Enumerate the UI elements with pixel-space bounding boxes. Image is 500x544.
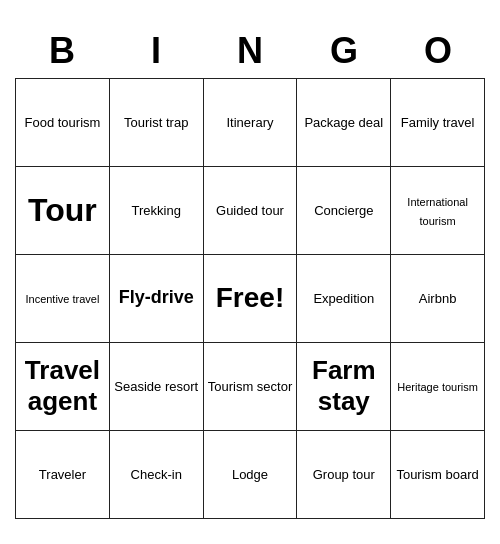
cell-text-2-0: Incentive travel — [25, 293, 99, 305]
header-letter-i: I — [109, 26, 203, 76]
grid-cell-4-1: Check-in — [109, 430, 203, 518]
grid-cell-0-4: Family travel — [391, 78, 485, 166]
cell-text-2-1: Fly-drive — [119, 287, 194, 307]
grid-cell-4-2: Lodge — [203, 430, 297, 518]
grid-cell-3-1: Seaside resort — [109, 342, 203, 430]
cell-text-4-2: Lodge — [232, 467, 268, 482]
grid-cell-4-4: Tourism board — [391, 430, 485, 518]
grid-cell-3-2: Tourism sector — [203, 342, 297, 430]
grid-cell-2-1: Fly-drive — [109, 254, 203, 342]
cell-text-3-3: Farm stay — [312, 355, 376, 416]
grid-cell-4-3: Group tour — [297, 430, 391, 518]
grid-cell-1-4: International tourism — [391, 166, 485, 254]
cell-text-3-2: Tourism sector — [208, 379, 293, 394]
cell-text-0-0: Food tourism — [25, 115, 101, 130]
header-letter-b: B — [15, 26, 109, 76]
grid-cell-2-4: Airbnb — [391, 254, 485, 342]
cell-text-1-0: Tour — [28, 192, 97, 228]
cell-text-3-1: Seaside resort — [114, 379, 198, 394]
grid-row-4: TravelerCheck-inLodgeGroup tourTourism b… — [16, 430, 485, 518]
cell-text-1-3: Concierge — [314, 203, 373, 218]
header-letter-n: N — [203, 26, 297, 76]
grid-cell-1-0: Tour — [16, 166, 110, 254]
grid-row-1: TourTrekkingGuided tourConciergeInternat… — [16, 166, 485, 254]
cell-text-3-0: Travel agent — [25, 355, 100, 416]
grid-cell-3-0: Travel agent — [16, 342, 110, 430]
header-letter-g: G — [297, 26, 391, 76]
grid-cell-0-3: Package deal — [297, 78, 391, 166]
grid-cell-0-2: Itinerary — [203, 78, 297, 166]
grid-cell-3-3: Farm stay — [297, 342, 391, 430]
cell-text-0-3: Package deal — [304, 115, 383, 130]
cell-text-4-4: Tourism board — [396, 467, 478, 482]
header-letter-o: O — [391, 26, 485, 76]
grid-cell-1-2: Guided tour — [203, 166, 297, 254]
grid-cell-0-1: Tourist trap — [109, 78, 203, 166]
bingo-card-container: BINGO Food tourismTourist trapItineraryP… — [15, 26, 485, 519]
cell-text-0-1: Tourist trap — [124, 115, 188, 130]
cell-text-1-2: Guided tour — [216, 203, 284, 218]
cell-text-2-3: Expedition — [313, 291, 374, 306]
cell-text-0-2: Itinerary — [227, 115, 274, 130]
grid-row-0: Food tourismTourist trapItineraryPackage… — [16, 78, 485, 166]
grid-cell-1-3: Concierge — [297, 166, 391, 254]
grid-cell-1-1: Trekking — [109, 166, 203, 254]
cell-text-4-0: Traveler — [39, 467, 86, 482]
cell-text-4-1: Check-in — [131, 467, 182, 482]
cell-text-2-4: Airbnb — [419, 291, 457, 306]
grid-cell-2-2: Free! — [203, 254, 297, 342]
cell-text-1-4: International tourism — [407, 196, 468, 227]
bingo-header: BINGO — [15, 26, 485, 76]
grid-row-3: Travel agentSeaside resortTourism sector… — [16, 342, 485, 430]
cell-text-1-1: Trekking — [132, 203, 181, 218]
grid-cell-3-4: Heritage tourism — [391, 342, 485, 430]
bingo-grid: Food tourismTourist trapItineraryPackage… — [15, 78, 485, 519]
grid-cell-4-0: Traveler — [16, 430, 110, 518]
grid-cell-2-3: Expedition — [297, 254, 391, 342]
cell-text-2-2: Free! — [216, 282, 284, 313]
grid-cell-2-0: Incentive travel — [16, 254, 110, 342]
cell-text-3-4: Heritage tourism — [397, 381, 478, 393]
cell-text-0-4: Family travel — [401, 115, 475, 130]
grid-cell-0-0: Food tourism — [16, 78, 110, 166]
grid-row-2: Incentive travelFly-driveFree!Expedition… — [16, 254, 485, 342]
cell-text-4-3: Group tour — [313, 467, 375, 482]
